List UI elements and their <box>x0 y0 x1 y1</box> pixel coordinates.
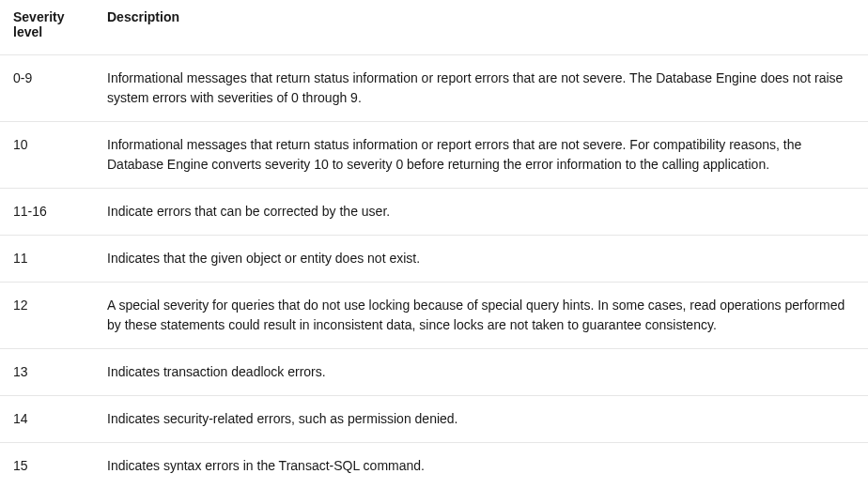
cell-level: 11-16 <box>0 189 94 236</box>
table-row: 0-9 Informational messages that return s… <box>0 55 868 122</box>
header-severity-level: Severity level <box>0 0 94 55</box>
table-row: 13 Indicates transaction deadlock errors… <box>0 349 868 396</box>
cell-description: A special severity for queries that do n… <box>94 283 868 349</box>
table-row: 14 Indicates security-related errors, su… <box>0 396 868 443</box>
cell-description: Informational messages that return statu… <box>94 55 868 122</box>
table-header-row: Severity level Description <box>0 0 868 55</box>
table-row: 15 Indicates syntax errors in the Transa… <box>0 443 868 490</box>
table-row: 12 A special severity for queries that d… <box>0 283 868 349</box>
severity-table: Severity level Description 0-9 Informati… <box>0 0 868 489</box>
header-description: Description <box>94 0 868 55</box>
cell-level: 14 <box>0 396 94 443</box>
cell-level: 13 <box>0 349 94 396</box>
cell-description: Informational messages that return statu… <box>94 122 868 189</box>
cell-description: Indicates syntax errors in the Transact-… <box>94 443 868 490</box>
table-row: 11-16 Indicate errors that can be correc… <box>0 189 868 236</box>
cell-description: Indicates that the given object or entit… <box>94 236 868 283</box>
cell-description: Indicates security-related errors, such … <box>94 396 868 443</box>
cell-level: 10 <box>0 122 94 189</box>
cell-description: Indicates transaction deadlock errors. <box>94 349 868 396</box>
table-row: 10 Informational messages that return st… <box>0 122 868 189</box>
cell-level: 0-9 <box>0 55 94 122</box>
cell-level: 11 <box>0 236 94 283</box>
cell-level: 15 <box>0 443 94 490</box>
cell-description: Indicate errors that can be corrected by… <box>94 189 868 236</box>
cell-level: 12 <box>0 283 94 349</box>
table-row: 11 Indicates that the given object or en… <box>0 236 868 283</box>
